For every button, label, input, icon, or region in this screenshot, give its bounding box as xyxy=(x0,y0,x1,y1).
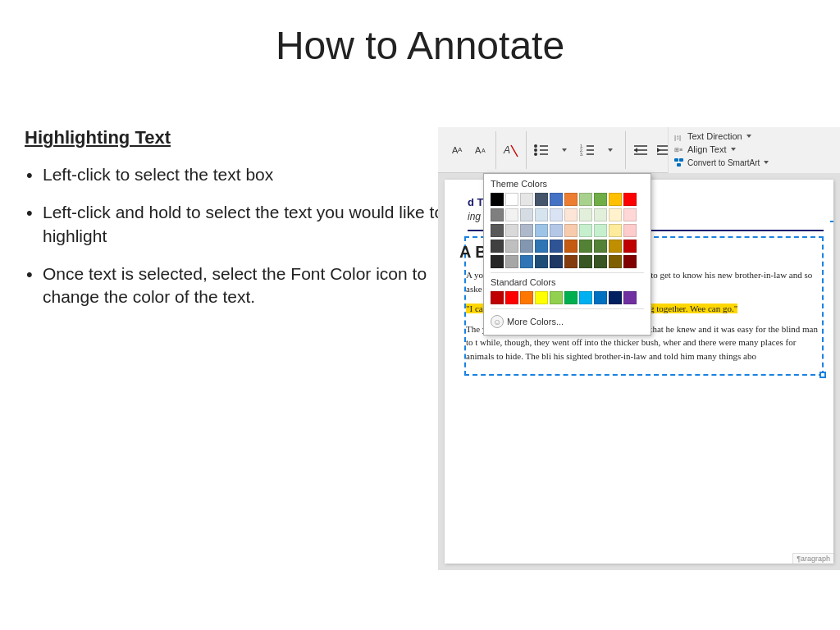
color-swatch-offwhite[interactable] xyxy=(505,208,518,221)
color-swatch-t6-7[interactable] xyxy=(579,255,592,268)
color-swatch-t3-3[interactable] xyxy=(520,208,533,221)
svg-marker-66 xyxy=(764,161,769,164)
bullet-list-btn[interactable] xyxy=(530,139,553,162)
svg-marker-23 xyxy=(634,148,637,153)
color-swatch-t3-9[interactable] xyxy=(609,208,622,221)
color-swatch-t6-4[interactable] xyxy=(535,255,548,268)
std-color-blue[interactable] xyxy=(594,291,607,304)
color-swatch-black[interactable] xyxy=(491,193,504,206)
theme-color-row-3 xyxy=(491,224,644,237)
color-swatch-t5-3[interactable] xyxy=(520,240,533,253)
theme-color-row-4 xyxy=(491,240,644,253)
std-color-darkblue[interactable] xyxy=(609,291,622,304)
convert-smartart-arrow-icon xyxy=(762,158,770,167)
color-swatch-t6-1[interactable] xyxy=(491,255,504,268)
color-swatch-t5-9[interactable] xyxy=(609,240,622,253)
svg-marker-19 xyxy=(608,148,613,152)
color-swatch-t3-4[interactable] xyxy=(535,208,548,221)
color-swatch-t3-7[interactable] xyxy=(579,208,592,221)
color-swatch-t6-5[interactable] xyxy=(550,255,563,268)
color-swatch-t4-7[interactable] xyxy=(579,224,592,237)
std-color-green[interactable] xyxy=(564,291,578,304)
color-swatch-t5-8[interactable] xyxy=(594,240,607,253)
color-swatch-t5-1[interactable] xyxy=(491,240,504,253)
color-swatch-green[interactable] xyxy=(594,193,607,206)
color-swatch-t5-6[interactable] xyxy=(564,240,578,253)
color-swatch-t3-8[interactable] xyxy=(594,208,607,221)
std-color-lightgreen[interactable] xyxy=(550,291,563,304)
indent-less-btn[interactable] xyxy=(629,139,652,162)
num-list-btn[interactable]: 1. 2. 3. xyxy=(576,139,599,162)
svg-point-7 xyxy=(534,148,537,152)
color-swatch-t6-9[interactable] xyxy=(609,255,622,268)
svg-marker-12 xyxy=(562,148,567,152)
color-swatch-blue[interactable] xyxy=(550,193,563,206)
color-swatch-t5-7[interactable] xyxy=(579,240,592,253)
font-shrink-btn[interactable]: AA xyxy=(469,139,492,162)
paragraph-label: ¶aragraph xyxy=(792,553,833,564)
color-swatch-yellow[interactable] xyxy=(609,193,622,206)
color-swatch-t4-1[interactable] xyxy=(491,224,504,237)
color-swatch-t5-5[interactable] xyxy=(550,240,563,253)
std-color-red[interactable] xyxy=(505,291,518,304)
color-swatch-white[interactable] xyxy=(505,193,518,206)
std-color-lightblue[interactable] xyxy=(579,291,592,304)
std-color-purple[interactable] xyxy=(623,291,637,304)
color-swatch-gray[interactable] xyxy=(491,208,504,221)
color-swatch-t3-6[interactable] xyxy=(564,208,578,221)
color-swatch-red[interactable] xyxy=(623,193,637,206)
color-picker-dropdown: Theme Colors xyxy=(483,173,651,336)
color-swatch-t3-10[interactable] xyxy=(623,208,637,221)
color-picker-divider-1 xyxy=(491,272,644,273)
bullet-list-arrow-btn[interactable] xyxy=(553,139,576,162)
color-swatch-t4-4[interactable] xyxy=(535,224,548,237)
color-swatch-t4-3[interactable] xyxy=(520,224,533,237)
color-picker-divider-2 xyxy=(491,308,644,309)
slide-container: How to Annotate Highlighting Text Left-c… xyxy=(0,0,840,630)
theme-colors-label: Theme Colors xyxy=(491,179,644,189)
color-swatch-t6-2[interactable] xyxy=(505,255,518,268)
color-swatch-t4-8[interactable] xyxy=(594,224,607,237)
color-swatch-t6-6[interactable] xyxy=(564,255,578,268)
more-colors-row[interactable]: ☺ More Colors... xyxy=(491,313,644,330)
convert-smartart-icon xyxy=(673,157,685,168)
ribbon-font-size-group: AA AA xyxy=(443,131,496,169)
selection-handle-bottomright[interactable] xyxy=(819,372,826,378)
color-swatch-t4-6[interactable] xyxy=(564,224,578,237)
color-swatch-t4-9[interactable] xyxy=(609,224,622,237)
bullet-item-2: Left-click and hold to select the text y… xyxy=(25,201,451,248)
std-color-darkred[interactable] xyxy=(491,291,504,304)
selection-handle-topright[interactable] xyxy=(830,221,833,227)
theme-color-row-2 xyxy=(491,208,644,221)
align-text-label: Align Text xyxy=(687,144,727,154)
color-swatch-lightgray[interactable] xyxy=(520,193,533,206)
color-swatch-lightgreen[interactable] xyxy=(579,193,592,206)
color-swatch-t6-3[interactable] xyxy=(520,255,533,268)
svg-text:A: A xyxy=(503,144,510,156)
num-list-arrow-btn[interactable] xyxy=(599,139,622,162)
font-grow-btn[interactable]: AA xyxy=(446,139,469,162)
ribbon-clear-format-group: A xyxy=(496,131,527,169)
more-colors-label: More Colors... xyxy=(507,317,564,326)
standard-color-row xyxy=(491,291,644,304)
clear-format-btn[interactable]: A xyxy=(500,139,523,162)
color-swatch-t3-5[interactable] xyxy=(550,208,563,221)
color-swatch-t5-2[interactable] xyxy=(505,240,518,253)
svg-rect-64 xyxy=(679,158,683,162)
convert-smartart-label: Convert to SmartArt xyxy=(687,158,760,167)
color-swatch-t5-10[interactable] xyxy=(623,240,637,253)
color-swatch-t6-10[interactable] xyxy=(623,255,637,268)
color-swatch-t5-4[interactable] xyxy=(535,240,548,253)
color-swatch-orange[interactable] xyxy=(564,193,578,206)
std-color-yellow[interactable] xyxy=(535,291,548,304)
std-color-orange[interactable] xyxy=(520,291,533,304)
align-text-arrow-icon xyxy=(729,145,737,153)
color-swatch-t4-5[interactable] xyxy=(550,224,563,237)
color-swatch-t6-8[interactable] xyxy=(594,255,607,268)
ribbon: AA AA A xyxy=(438,127,840,173)
color-swatch-darkblue[interactable] xyxy=(535,193,548,206)
color-swatch-t4-10[interactable] xyxy=(623,224,637,237)
color-swatch-t4-2[interactable] xyxy=(505,224,518,237)
svg-marker-60 xyxy=(746,135,751,138)
svg-text:|↕|: |↕| xyxy=(674,134,681,141)
